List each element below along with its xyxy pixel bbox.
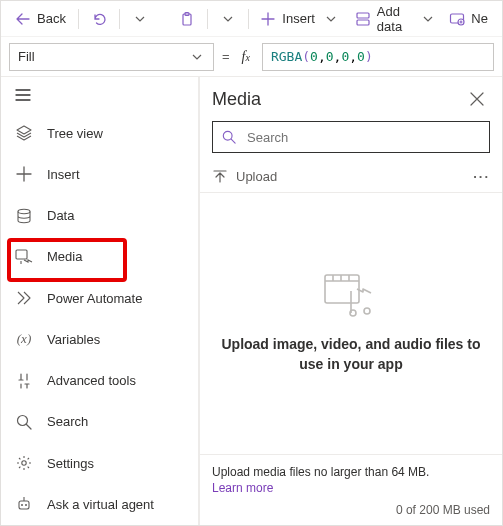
sidebar-item-advanced-tools[interactable]: Advanced tools [1, 360, 198, 401]
sidebar-label: Tree view [47, 126, 103, 141]
clipboard-icon [179, 11, 195, 27]
empty-state: Upload image, video, and audio files to … [200, 193, 502, 454]
svg-rect-14 [325, 275, 359, 303]
paste-more-button[interactable] [214, 7, 242, 31]
upload-label: Upload [236, 169, 277, 184]
sidebar-item-search[interactable]: Search [1, 401, 198, 442]
search-box[interactable] [212, 121, 490, 153]
plus-icon [260, 11, 276, 27]
sidebar-label: Variables [47, 332, 100, 347]
chevron-down-icon [323, 11, 339, 27]
screen-icon [449, 11, 465, 27]
separator [248, 9, 249, 29]
formula-input[interactable]: RGBA(0, 0, 0, 0) [262, 43, 494, 71]
sidebar-item-data[interactable]: Data [1, 195, 198, 236]
bot-icon [15, 496, 33, 512]
sidebar-item-virtual-agent[interactable]: Ask a virtual agent [1, 484, 198, 525]
svg-point-9 [22, 461, 26, 465]
sidebar-label: Data [47, 208, 74, 223]
back-button[interactable]: Back [9, 7, 72, 31]
new-screen-label: Ne [471, 11, 488, 26]
insert-label: Insert [282, 11, 315, 26]
chevron-down-icon [220, 11, 236, 27]
panel-footer: Upload media files no larger than 64 MB.… [200, 454, 502, 525]
fx-label: fx [238, 49, 254, 65]
add-data-label: Add data [377, 4, 414, 34]
close-button[interactable] [466, 88, 488, 110]
svg-rect-7 [16, 250, 27, 259]
hamburger-button[interactable] [1, 77, 198, 112]
app-root: Back [0, 0, 503, 526]
undo-more-button[interactable] [126, 7, 154, 31]
svg-point-16 [364, 308, 370, 314]
sidebar-item-settings[interactable]: Settings [1, 443, 198, 484]
body: Tree view Insert Data Media Power Automa… [1, 77, 502, 525]
tools-icon [15, 373, 33, 389]
formula-bar: Fill = fx RGBA(0, 0, 0, 0) [1, 37, 502, 77]
upload-button[interactable]: Upload [212, 169, 277, 185]
sidebar-label: Media [47, 249, 82, 264]
new-screen-menu[interactable]: Ne [443, 7, 494, 31]
svg-point-8 [18, 415, 28, 425]
sidebar-label: Power Automate [47, 291, 142, 306]
empty-state-text: Upload image, video, and audio files to … [220, 335, 482, 374]
equals-sign: = [222, 49, 230, 64]
media-icon [15, 249, 33, 265]
search-input[interactable] [245, 129, 481, 146]
search-container [200, 121, 502, 161]
search-icon [221, 129, 237, 145]
sidebar-label: Settings [47, 456, 94, 471]
separator [78, 9, 79, 29]
insert-menu[interactable]: Insert [254, 7, 345, 31]
property-name: Fill [18, 49, 35, 64]
search-icon [15, 414, 33, 430]
chevron-down-icon [132, 11, 148, 27]
back-label: Back [37, 11, 66, 26]
sidebar-label: Advanced tools [47, 373, 136, 388]
svg-point-11 [21, 504, 23, 506]
chevron-down-icon [422, 11, 433, 27]
layers-icon [15, 125, 33, 141]
gear-icon [15, 455, 33, 471]
property-selector[interactable]: Fill [9, 43, 214, 71]
upload-icon [212, 169, 228, 185]
left-rail: Tree view Insert Data Media Power Automa… [1, 77, 199, 525]
separator [207, 9, 208, 29]
svg-rect-3 [357, 20, 369, 25]
sidebar-label: Search [47, 414, 88, 429]
sidebar-item-tree-view[interactable]: Tree view [1, 112, 198, 153]
svg-rect-10 [19, 501, 29, 509]
arrow-left-icon [15, 11, 31, 27]
learn-more-link[interactable]: Learn more [212, 481, 490, 495]
separator [119, 9, 120, 29]
svg-point-12 [25, 504, 27, 506]
sidebar-item-power-automate[interactable]: Power Automate [1, 277, 198, 318]
sidebar-item-insert[interactable]: Insert [1, 154, 198, 195]
usage-text: 0 of 200 MB used [212, 503, 490, 517]
database-icon [15, 208, 33, 224]
panel-header: Media [200, 77, 502, 121]
media-panel: Media Upload ··· [199, 77, 502, 525]
database-icon [355, 11, 371, 27]
paste-button[interactable] [173, 7, 201, 31]
panel-toolbar: Upload ··· [200, 161, 502, 193]
command-bar: Back [1, 1, 502, 37]
sidebar-label: Insert [47, 167, 80, 182]
variable-icon: (x) [15, 331, 33, 347]
undo-icon [91, 11, 107, 27]
panel-title: Media [212, 89, 261, 110]
plus-icon [15, 166, 33, 182]
undo-button[interactable] [85, 7, 113, 31]
sidebar-item-media[interactable]: Media [1, 236, 198, 277]
sidebar-item-variables[interactable]: (x) Variables [1, 319, 198, 360]
footer-hint: Upload media files no larger than 64 MB. [212, 465, 429, 479]
svg-point-6 [18, 209, 30, 213]
formula-fn: RGBA [271, 49, 302, 64]
media-placeholder-icon [323, 273, 379, 317]
sidebar-label: Ask a virtual agent [47, 497, 154, 512]
svg-rect-2 [357, 13, 369, 18]
more-button[interactable]: ··· [473, 169, 490, 184]
flow-icon [15, 290, 33, 306]
chevron-down-icon [189, 49, 205, 65]
add-data-menu[interactable]: Add data [349, 0, 440, 38]
